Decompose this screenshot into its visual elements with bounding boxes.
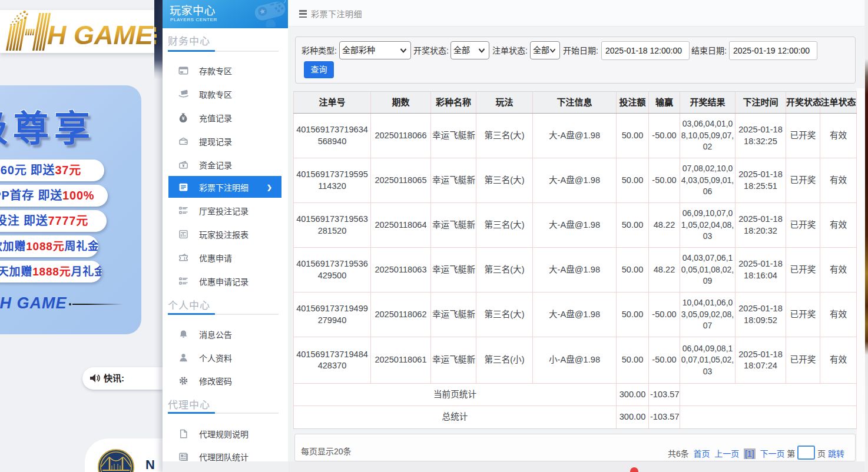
svg-text:¥: ¥ xyxy=(182,115,185,121)
svg-text:¥: ¥ xyxy=(183,164,185,168)
svg-text:H GAME: H GAME xyxy=(47,20,154,50)
